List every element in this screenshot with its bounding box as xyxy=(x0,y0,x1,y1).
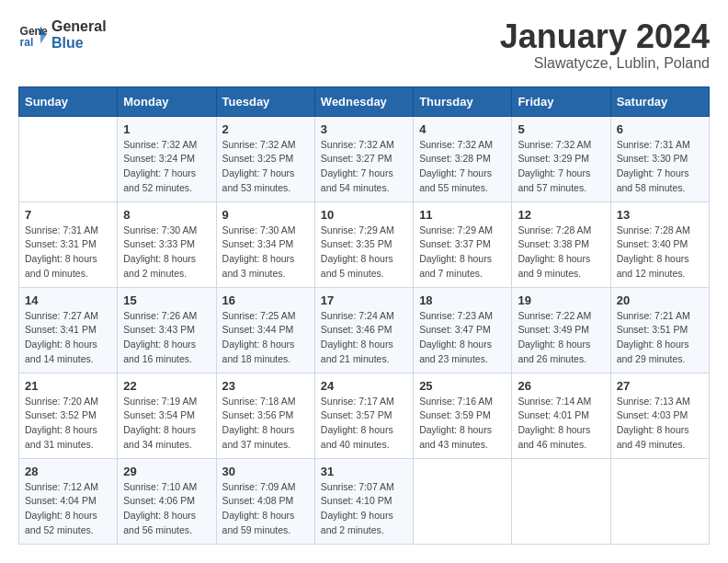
calendar-cell: 4Sunrise: 7:32 AM Sunset: 3:28 PM Daylig… xyxy=(414,116,512,201)
day-number: 10 xyxy=(321,208,407,222)
calendar-cell xyxy=(610,458,709,544)
day-number: 3 xyxy=(321,122,407,136)
day-info: Sunrise: 7:18 AM Sunset: 3:56 PM Dayligh… xyxy=(222,395,309,453)
week-row-3: 14Sunrise: 7:27 AM Sunset: 3:41 PM Dayli… xyxy=(19,287,710,373)
day-info: Sunrise: 7:32 AM Sunset: 3:29 PM Dayligh… xyxy=(518,138,604,196)
day-number: 18 xyxy=(419,293,506,307)
calendar-cell: 6Sunrise: 7:31 AM Sunset: 3:30 PM Daylig… xyxy=(610,116,709,201)
calendar-cell: 7Sunrise: 7:31 AM Sunset: 3:31 PM Daylig… xyxy=(19,201,118,287)
weekday-header-monday: Monday xyxy=(118,86,216,116)
day-number: 2 xyxy=(222,122,309,136)
day-info: Sunrise: 7:28 AM Sunset: 3:38 PM Dayligh… xyxy=(518,224,604,282)
day-number: 1 xyxy=(123,122,210,136)
logo-text-general: General xyxy=(51,18,107,35)
month-title: January 2024 xyxy=(500,18,710,55)
weekday-header-thursday: Thursday xyxy=(414,86,512,116)
day-info: Sunrise: 7:09 AM Sunset: 4:08 PM Dayligh… xyxy=(222,480,309,538)
day-number: 16 xyxy=(222,293,309,307)
day-number: 25 xyxy=(419,379,506,393)
day-info: Sunrise: 7:07 AM Sunset: 4:10 PM Dayligh… xyxy=(321,480,407,538)
calendar-cell xyxy=(414,458,512,544)
day-info: Sunrise: 7:27 AM Sunset: 3:41 PM Dayligh… xyxy=(25,309,111,367)
weekday-header-sunday: Sunday xyxy=(19,86,118,116)
weekday-header-wednesday: Wednesday xyxy=(314,86,413,116)
day-number: 9 xyxy=(222,208,309,222)
calendar-cell: 5Sunrise: 7:32 AM Sunset: 3:29 PM Daylig… xyxy=(512,116,610,201)
location-subtitle: Slawatycze, Lublin, Poland xyxy=(500,55,710,72)
day-number: 27 xyxy=(617,379,703,393)
title-area: January 2024 Slawatycze, Lublin, Poland xyxy=(500,18,710,72)
day-info: Sunrise: 7:31 AM Sunset: 3:30 PM Dayligh… xyxy=(617,138,703,196)
day-number: 8 xyxy=(123,208,210,222)
day-number: 12 xyxy=(518,208,604,222)
day-number: 29 xyxy=(123,465,210,478)
week-row-5: 28Sunrise: 7:12 AM Sunset: 4:04 PM Dayli… xyxy=(19,458,710,544)
week-row-2: 7Sunrise: 7:31 AM Sunset: 3:31 PM Daylig… xyxy=(19,201,710,287)
day-number: 5 xyxy=(518,122,604,136)
day-number: 23 xyxy=(222,379,309,393)
day-info: Sunrise: 7:19 AM Sunset: 3:54 PM Dayligh… xyxy=(123,395,210,453)
calendar-cell: 15Sunrise: 7:26 AM Sunset: 3:43 PM Dayli… xyxy=(118,287,216,373)
day-info: Sunrise: 7:32 AM Sunset: 3:24 PM Dayligh… xyxy=(123,138,210,196)
day-info: Sunrise: 7:32 AM Sunset: 3:28 PM Dayligh… xyxy=(419,138,506,196)
week-row-1: 1Sunrise: 7:32 AM Sunset: 3:24 PM Daylig… xyxy=(19,116,710,201)
weekday-header-friday: Friday xyxy=(512,86,610,116)
calendar-cell: 9Sunrise: 7:30 AM Sunset: 3:34 PM Daylig… xyxy=(216,201,314,287)
day-info: Sunrise: 7:29 AM Sunset: 3:35 PM Dayligh… xyxy=(321,224,407,282)
svg-text:ral: ral xyxy=(20,36,34,49)
day-info: Sunrise: 7:10 AM Sunset: 4:06 PM Dayligh… xyxy=(123,480,210,538)
day-info: Sunrise: 7:23 AM Sunset: 3:47 PM Dayligh… xyxy=(419,309,506,367)
calendar-cell: 2Sunrise: 7:32 AM Sunset: 3:25 PM Daylig… xyxy=(216,116,314,201)
calendar-cell: 1Sunrise: 7:32 AM Sunset: 3:24 PM Daylig… xyxy=(118,116,216,201)
day-number: 21 xyxy=(25,379,111,393)
day-number: 31 xyxy=(321,465,407,478)
weekday-header-saturday: Saturday xyxy=(610,86,709,116)
day-number: 4 xyxy=(419,122,506,136)
day-info: Sunrise: 7:22 AM Sunset: 3:49 PM Dayligh… xyxy=(518,309,604,367)
logo: Gene ral General Blue xyxy=(18,18,107,52)
logo-icon: Gene ral xyxy=(18,20,48,50)
day-number: 7 xyxy=(25,208,111,222)
day-info: Sunrise: 7:32 AM Sunset: 3:27 PM Dayligh… xyxy=(321,138,407,196)
day-info: Sunrise: 7:28 AM Sunset: 3:40 PM Dayligh… xyxy=(617,224,703,282)
day-info: Sunrise: 7:17 AM Sunset: 3:57 PM Dayligh… xyxy=(321,395,407,453)
day-number: 6 xyxy=(617,122,703,136)
day-info: Sunrise: 7:14 AM Sunset: 4:01 PM Dayligh… xyxy=(518,395,604,453)
calendar-cell: 8Sunrise: 7:30 AM Sunset: 3:33 PM Daylig… xyxy=(118,201,216,287)
header: Gene ral General Blue January 2024 Slawa… xyxy=(18,18,710,72)
day-number: 15 xyxy=(123,293,210,307)
day-info: Sunrise: 7:13 AM Sunset: 4:03 PM Dayligh… xyxy=(617,395,703,453)
day-number: 22 xyxy=(123,379,210,393)
calendar-cell: 18Sunrise: 7:23 AM Sunset: 3:47 PM Dayli… xyxy=(414,287,512,373)
calendar-cell: 20Sunrise: 7:21 AM Sunset: 3:51 PM Dayli… xyxy=(610,287,709,373)
calendar-cell: 30Sunrise: 7:09 AM Sunset: 4:08 PM Dayli… xyxy=(216,458,314,544)
day-info: Sunrise: 7:16 AM Sunset: 3:59 PM Dayligh… xyxy=(419,395,506,453)
calendar-cell: 14Sunrise: 7:27 AM Sunset: 3:41 PM Dayli… xyxy=(19,287,118,373)
day-info: Sunrise: 7:30 AM Sunset: 3:33 PM Dayligh… xyxy=(123,224,210,282)
calendar-cell: 25Sunrise: 7:16 AM Sunset: 3:59 PM Dayli… xyxy=(414,373,512,458)
calendar-cell: 10Sunrise: 7:29 AM Sunset: 3:35 PM Dayli… xyxy=(314,201,413,287)
calendar-cell: 22Sunrise: 7:19 AM Sunset: 3:54 PM Dayli… xyxy=(118,373,216,458)
day-number: 30 xyxy=(222,465,309,478)
calendar-cell xyxy=(19,116,118,201)
day-info: Sunrise: 7:25 AM Sunset: 3:44 PM Dayligh… xyxy=(222,309,309,367)
day-info: Sunrise: 7:26 AM Sunset: 3:43 PM Dayligh… xyxy=(123,309,210,367)
day-number: 11 xyxy=(419,208,506,222)
calendar-cell: 16Sunrise: 7:25 AM Sunset: 3:44 PM Dayli… xyxy=(216,287,314,373)
calendar-cell: 3Sunrise: 7:32 AM Sunset: 3:27 PM Daylig… xyxy=(314,116,413,201)
day-number: 19 xyxy=(518,293,604,307)
day-info: Sunrise: 7:21 AM Sunset: 3:51 PM Dayligh… xyxy=(617,309,703,367)
day-number: 17 xyxy=(321,293,407,307)
calendar-cell: 28Sunrise: 7:12 AM Sunset: 4:04 PM Dayli… xyxy=(19,458,118,544)
weekday-header-row: SundayMondayTuesdayWednesdayThursdayFrid… xyxy=(19,86,710,116)
calendar-cell: 23Sunrise: 7:18 AM Sunset: 3:56 PM Dayli… xyxy=(216,373,314,458)
calendar-cell: 27Sunrise: 7:13 AM Sunset: 4:03 PM Dayli… xyxy=(610,373,709,458)
calendar-cell: 26Sunrise: 7:14 AM Sunset: 4:01 PM Dayli… xyxy=(512,373,610,458)
day-number: 20 xyxy=(617,293,703,307)
day-number: 13 xyxy=(617,208,703,222)
calendar-cell: 12Sunrise: 7:28 AM Sunset: 3:38 PM Dayli… xyxy=(512,201,610,287)
calendar-cell: 31Sunrise: 7:07 AM Sunset: 4:10 PM Dayli… xyxy=(314,458,413,544)
day-number: 14 xyxy=(25,293,111,307)
logo-text-blue: Blue xyxy=(51,35,107,52)
day-info: Sunrise: 7:12 AM Sunset: 4:04 PM Dayligh… xyxy=(25,480,111,538)
